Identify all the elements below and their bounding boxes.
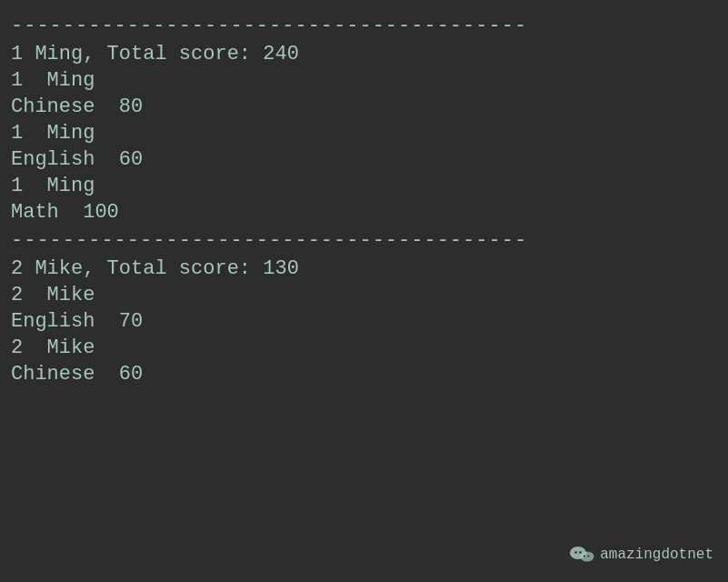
- watermark-text: amazingdotnet: [600, 547, 713, 563]
- student1-subject1: Chinese 80: [11, 95, 717, 118]
- student2-line2: 2 Mike: [11, 336, 717, 359]
- svg-point-1: [581, 552, 594, 562]
- svg-point-5: [588, 555, 590, 557]
- wechat-icon: [569, 542, 594, 567]
- svg-point-3: [579, 551, 582, 554]
- svg-point-4: [583, 555, 585, 557]
- terminal-container: ----------------------------------------…: [0, 0, 728, 582]
- student1-subject2: English 60: [11, 148, 717, 171]
- student1-line3: 1 Ming: [11, 175, 717, 197]
- divider-2: ----------------------------------------: [11, 229, 717, 252]
- student1-summary: 1 Ming, Total score: 240: [11, 43, 717, 65]
- svg-point-2: [574, 551, 577, 554]
- student1-subject3: Math 100: [11, 201, 717, 224]
- student2-subject2: Chinese 60: [11, 363, 717, 386]
- student2-subject1: English 70: [11, 310, 717, 333]
- student1-line1: 1 Ming: [11, 69, 717, 92]
- student2-summary: 2 Mike, Total score: 130: [11, 257, 717, 280]
- watermark: amazingdotnet: [569, 542, 713, 567]
- student2-line1: 2 Mike: [11, 284, 717, 306]
- student1-line2: 1 Ming: [11, 122, 717, 145]
- divider-1: ----------------------------------------: [11, 15, 717, 37]
